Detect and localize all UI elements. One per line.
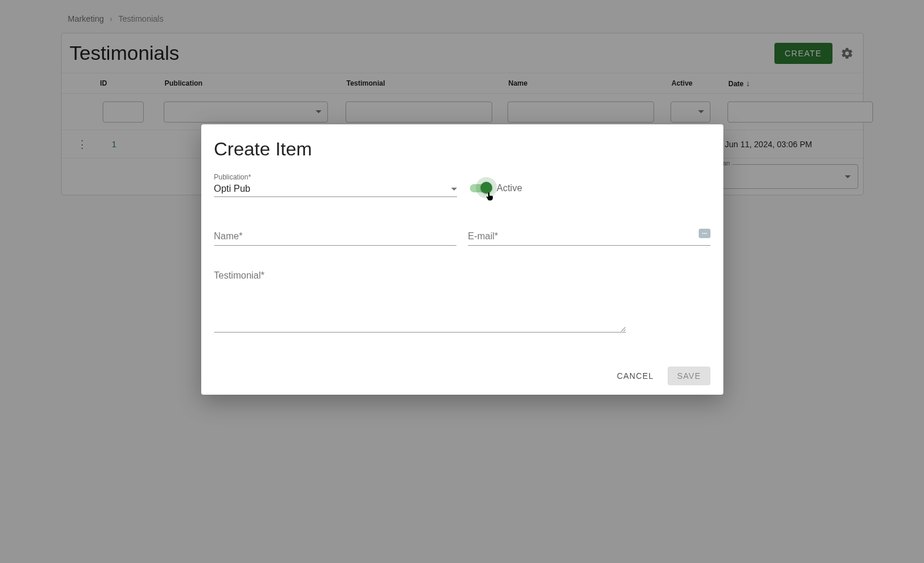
caret-down-icon: [451, 188, 457, 191]
publication-value: Opti Pub: [214, 184, 251, 194]
active-toggle[interactable]: [470, 184, 491, 192]
testimonial-textarea[interactable]: [214, 268, 626, 333]
email-input[interactable]: [468, 228, 710, 246]
publication-select[interactable]: Publication* Opti Pub: [214, 173, 457, 197]
autofill-icon[interactable]: [699, 229, 710, 238]
publication-label: Publication*: [214, 173, 457, 181]
save-button[interactable]: SAVE: [668, 367, 710, 385]
cancel-button[interactable]: CANCEL: [610, 367, 661, 385]
modal-overlay[interactable]: Create Item Publication* Opti Pub Active: [0, 0, 924, 563]
active-label: Active: [497, 183, 523, 194]
create-item-dialog: Create Item Publication* Opti Pub Active: [201, 124, 723, 395]
dialog-title: Create Item: [214, 138, 710, 160]
name-input[interactable]: [214, 228, 456, 246]
